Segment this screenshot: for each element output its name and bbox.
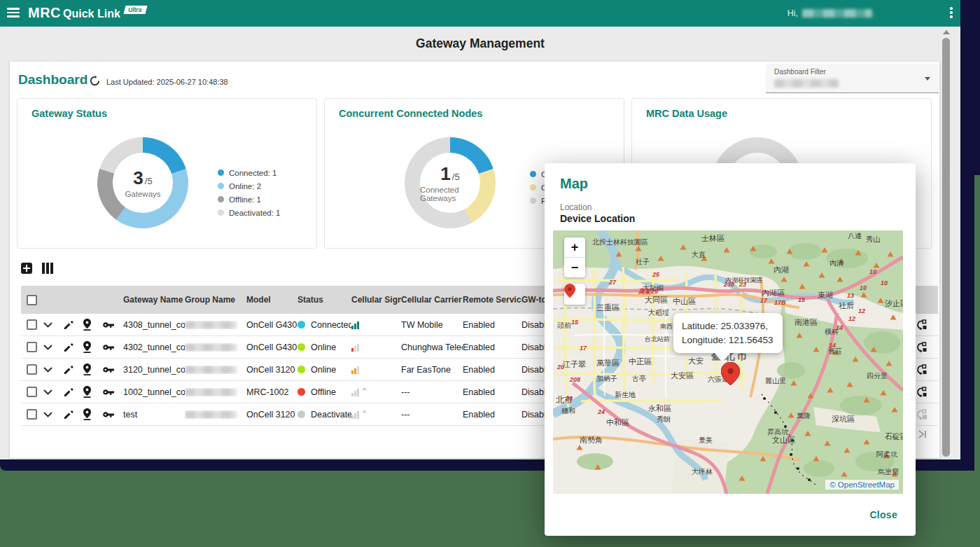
road-number-label: 23 [738, 281, 746, 288]
kebab-menu-icon[interactable] [950, 7, 953, 20]
map-label: 景美 [699, 436, 713, 444]
status-text: Offline [311, 387, 336, 397]
desktop-background-right [974, 175, 980, 547]
legend-dot-icon [218, 209, 224, 216]
row-checkbox[interactable] [27, 409, 37, 420]
map-label: 四分里 [867, 372, 888, 380]
scrollbar-thumb[interactable] [942, 38, 950, 457]
modal-title: Map [560, 176, 588, 192]
expand-row-chevron-icon[interactable] [43, 345, 63, 350]
map-label: 士林區 [701, 234, 724, 242]
zoom-in-button[interactable]: + [564, 237, 585, 257]
tooltip-latitude: Latitude: 25.033976, [682, 319, 774, 333]
legend-dot-icon [218, 169, 224, 176]
map-label: 大坪林 [692, 468, 713, 476]
map-label: 東湖 [818, 291, 833, 299]
remote-service-cell: Enabled [463, 320, 522, 330]
road-number-label: 10 [869, 268, 876, 275]
gateway-status-donut: 3/5 Gateways [97, 137, 188, 228]
screen: MRCQuick LinkUltra Hi, Gateway Managemen… [0, 0, 980, 547]
legend-label: Online: 2 [229, 182, 261, 191]
credentials-key-icon[interactable] [102, 389, 123, 396]
expand-row-chevron-icon[interactable] [43, 412, 63, 417]
status-dot-icon [298, 321, 305, 328]
legend-label: Deactivated: 1 [229, 209, 281, 217]
map-location-icon[interactable] [83, 363, 102, 375]
expand-row-chevron-icon[interactable] [43, 389, 63, 395]
edit-gateway-icon[interactable] [63, 342, 83, 352]
legend-dot-icon [218, 183, 224, 189]
gateway-status-legend: Connected: 1Online: 2Offline: 1Deactivat… [218, 166, 281, 219]
map-label: 萬華區 [596, 359, 620, 367]
model-cell: OnCell 3120 [246, 365, 298, 375]
map-label: 大直 [692, 251, 706, 258]
expand-row-chevron-icon[interactable] [43, 322, 63, 328]
status-text: Online [311, 365, 336, 375]
map-location-icon[interactable] [83, 408, 102, 420]
road-number-label: 17 [580, 345, 587, 352]
row-checkbox[interactable] [27, 364, 37, 375]
gateway-name-cell: 4308_tunnel_control [123, 320, 185, 330]
last-updated-text: Last Updated: 2025-06-27 10:48:38 [106, 78, 228, 86]
hamburger-menu-icon[interactable] [7, 8, 20, 18]
device-location-map[interactable]: 北投士林科技園區士林區社子大直內湖內湖科技園區內湖區內溝八連秀山東湖社后汐止區南… [553, 230, 903, 494]
edit-gateway-icon[interactable] [63, 387, 83, 397]
map-zoom-control: + − [564, 237, 585, 277]
zoom-out-button[interactable]: − [564, 258, 585, 277]
remote-connect-icon[interactable] [914, 363, 938, 375]
map-location-icon[interactable] [83, 319, 102, 331]
remote-connect-icon[interactable] [914, 341, 938, 353]
edit-gateway-icon[interactable] [63, 319, 83, 330]
map-label: 內湖 [774, 265, 789, 274]
card-gateway-status: Gateway Status 3/5 Gateways Connected: 1… [17, 98, 317, 249]
column-header: Remote Service [463, 295, 522, 305]
cellular-carrier-cell: TW Mobile [401, 320, 463, 330]
row-checkbox[interactable] [27, 342, 37, 352]
group-name-redacted [185, 343, 237, 352]
center-on-marker-button[interactable] [564, 284, 585, 305]
credentials-key-icon[interactable] [102, 411, 123, 418]
legend-dot-icon [530, 184, 536, 191]
remote-connect-icon[interactable] [914, 319, 938, 331]
pagination-last-page-button[interactable] [917, 429, 928, 443]
row-checkbox[interactable] [27, 387, 37, 397]
group-name-redacted [185, 410, 237, 419]
remote-service-cell: Enabled [463, 342, 522, 352]
row-checkbox[interactable] [27, 319, 37, 330]
refresh-icon[interactable] [90, 76, 100, 86]
remote-connect-icon[interactable] [914, 386, 938, 398]
road-number-label: 14 [829, 342, 836, 349]
legend-label: Connected: 1 [229, 169, 276, 177]
map-location-icon[interactable] [83, 386, 102, 398]
credentials-key-icon[interactable] [102, 344, 123, 351]
edit-gateway-icon[interactable] [63, 364, 83, 375]
column-header: Cellular Carrier [401, 295, 462, 305]
map-label: 秀山 [866, 235, 880, 243]
column-settings-button[interactable] [42, 263, 53, 274]
edit-gateway-icon[interactable] [63, 409, 83, 420]
credentials-key-icon[interactable] [102, 366, 123, 373]
map-label: 社后 [839, 301, 854, 310]
scrollbar-up-arrow[interactable] [943, 30, 950, 34]
dashboard-filter-select[interactable]: Dashboard Filter [766, 64, 939, 93]
user-greeting: Hi, [788, 8, 872, 18]
openstreetmap-attribution-link[interactable]: © OpenStreetMap [825, 480, 899, 490]
select-all-checkbox[interactable] [27, 295, 37, 305]
cellular-signal-icon [351, 366, 363, 374]
card-title: Gateway Status [31, 108, 107, 119]
group-name-redacted [185, 366, 237, 374]
map-label: 南港區 [794, 318, 818, 326]
legend-item: Online: 2 [218, 179, 281, 193]
map-label: 台北站前 [645, 335, 670, 342]
map-label: 頭前 [557, 321, 571, 329]
close-button[interactable]: Close [869, 509, 897, 520]
add-gateway-button[interactable] [21, 263, 32, 274]
model-cell: MRC-1002 [246, 387, 298, 397]
dashboard-filter-value-redacted [774, 79, 839, 88]
map-label: 麗山里 [765, 377, 786, 385]
map-location-icon[interactable] [83, 341, 102, 353]
brand-ultra-badge: Ultra [123, 6, 147, 14]
expand-row-chevron-icon[interactable] [43, 367, 63, 373]
credentials-key-icon[interactable] [102, 321, 123, 328]
map-label: 永和區 [648, 404, 671, 413]
